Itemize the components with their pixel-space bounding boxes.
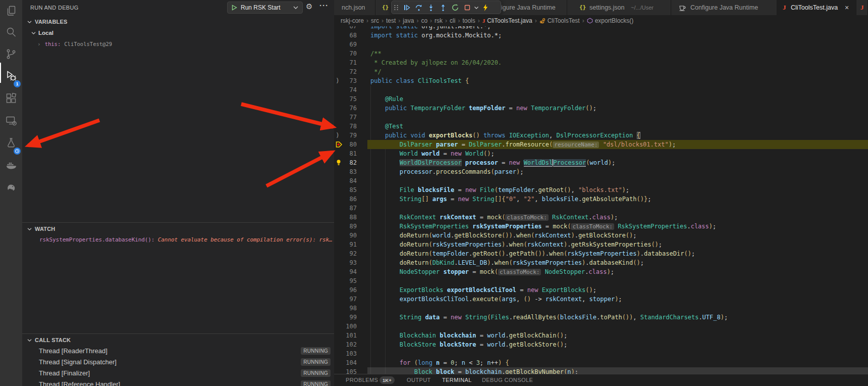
breadcrumb-item-rskj-core[interactable]: rskj-core xyxy=(341,17,364,24)
code-line-93[interactable]: 93 doReturn(DbKind.LEVEL_DB).when(rskSys… xyxy=(334,258,868,267)
code-line-71[interactable]: 71 * Created by ajlopez on 26/04/2020. xyxy=(334,58,868,67)
breadcrumb-item-tools[interactable]: tools xyxy=(462,17,475,24)
activity-item-explorer-icon[interactable] xyxy=(0,1,22,21)
debug-config-dropdown[interactable]: Run RSK Start xyxy=(227,2,303,14)
call-stack-thread-row[interactable]: Thread [Finalizer]RUNNING xyxy=(22,368,334,379)
line-number: 86 xyxy=(334,195,357,204)
code-line-88[interactable]: 88 RskContext rskContext = mock(classToM… xyxy=(334,213,868,222)
gear-icon[interactable]: ⚙ xyxy=(306,2,312,11)
code-line-83[interactable]: 83 processor.processCommands(parser); xyxy=(334,167,868,176)
activity-item-gradle-icon[interactable] xyxy=(0,177,22,197)
continue-icon[interactable] xyxy=(401,4,413,12)
breadcrumb-item-co[interactable]: co xyxy=(421,17,427,24)
editor-tab-partial[interactable]: J xyxy=(856,0,868,15)
code-line-67[interactable]: 67import static org.junit.Assert.*; xyxy=(334,26,868,31)
breadcrumb[interactable]: rskj-core›src›test›java›co›rsk›cli›tools… xyxy=(334,15,868,26)
code-line-105[interactable]: 105 Block block = blockchain.getBlockByN… xyxy=(334,367,868,374)
step-into-icon[interactable] xyxy=(425,4,437,12)
code-line-84[interactable]: 84 xyxy=(334,176,868,185)
code-line-95[interactable]: 95 xyxy=(334,276,868,285)
debug-config-label[interactable]: Run RSK Start xyxy=(241,4,293,11)
code-line-75[interactable]: 75 @Rule xyxy=(334,94,868,104)
code-line-101[interactable]: 101 Blockchain blockchain = world.getBlo… xyxy=(334,331,868,340)
code-text: public TemporaryFolder tempFolder = new … xyxy=(370,104,596,113)
code-line-76[interactable]: 76 public TemporaryFolder tempFolder = n… xyxy=(334,104,868,113)
watch-expression-row[interactable]: rskSystemProperties.databaseKind(): Cann… xyxy=(39,235,342,245)
code-line-92[interactable]: 92 doReturn(tempFolder.getRoot().getPath… xyxy=(334,249,868,258)
call-stack-thread-row[interactable]: Thread [Signal Dispatcher]RUNNING xyxy=(22,357,334,368)
code-line-98[interactable]: 98 xyxy=(334,304,868,313)
watch-section-header[interactable]: WATCH xyxy=(22,224,334,233)
code-line-72[interactable]: 72 */ xyxy=(334,67,868,76)
breadcrumb-item-src[interactable]: src xyxy=(371,17,379,24)
code-line-100[interactable]: 100 xyxy=(334,322,868,331)
code-line-82[interactable]: 82 WorldDslProcessor processor = new Wor… xyxy=(334,158,868,167)
activity-item-docker-icon[interactable] xyxy=(0,155,22,175)
code-line-80[interactable]: 80 DslParser parser = DslParser.fromReso… xyxy=(334,140,868,149)
step-over-icon[interactable] xyxy=(413,4,425,12)
editor-tab-launch.json[interactable]: nch.json xyxy=(334,0,375,15)
code-line-77[interactable]: 77 xyxy=(334,113,868,122)
code-line-68[interactable]: 68import static org.mockito.Mockito.*; xyxy=(334,31,868,40)
breadcrumb-label: cli xyxy=(450,17,455,24)
code-line-79[interactable]: )79 public void exportBlocks() throws IO… xyxy=(334,131,868,140)
code-line-94[interactable]: 94 NodeStopper stopper = mock(classToMoc… xyxy=(334,267,868,276)
call-stack-thread-row[interactable]: Thread [Reference Handler]RUNNING xyxy=(22,379,334,386)
code-editor[interactable]: 67import static org.junit.Assert.*;68imp… xyxy=(334,26,868,374)
breadcrumb-item-clitoolstest.java[interactable]: JCliToolsTest.java xyxy=(482,17,532,24)
call-stack-section-header[interactable]: CALL STACK xyxy=(22,335,334,345)
activity-item-source-control-icon[interactable] xyxy=(0,44,22,64)
code-line-69[interactable]: 69 xyxy=(334,40,868,49)
code-line-104[interactable]: 104 for (long n = 0; n < 3; n++) { xyxy=(334,358,868,367)
breadcrumb-item-clitoolstest[interactable]: CliToolsTest xyxy=(539,17,580,24)
editor-tab-settings.json[interactable]: {}settings.json~/.../User xyxy=(567,0,671,15)
call-stack-thread-row[interactable]: Thread [ReaderThread]RUNNING xyxy=(22,346,334,357)
code-line-90[interactable]: 90 doReturn(world.getBlockStore()).when(… xyxy=(334,231,868,240)
chevron-down-icon[interactable] xyxy=(293,6,298,10)
code-line-74[interactable]: 74 xyxy=(334,85,868,94)
editor-tab-bar: nch.json{}igure Java Runtime{}settings.j… xyxy=(334,0,868,15)
start-debug-icon[interactable] xyxy=(231,5,237,11)
code-line-73[interactable]: )73public class CliToolsTest { xyxy=(334,76,868,85)
breadcrumb-item-exportblocks-[interactable]: exportBlocks() xyxy=(587,17,634,24)
breadcrumb-label: CliToolsTest.java xyxy=(487,17,532,24)
chevron-icon[interactable] xyxy=(473,4,479,12)
code-line-78[interactable]: 78 @Test xyxy=(334,122,868,131)
close-icon[interactable]: × xyxy=(845,4,849,12)
code-line-86[interactable]: 86 String[] args = new String[]{"0", "2"… xyxy=(334,195,868,204)
code-line-91[interactable]: 91 doReturn(rskSystemProperties).when(rs… xyxy=(334,240,868,249)
more-actions-icon[interactable]: ··· xyxy=(319,1,329,10)
step-out-icon[interactable] xyxy=(437,4,449,12)
stop-icon[interactable] xyxy=(461,4,473,12)
panel-tab-debug-console[interactable]: DEBUG CONSOLE xyxy=(482,374,533,386)
activity-item-run-and-debug-icon[interactable]: 1 xyxy=(0,66,22,86)
code-line-70[interactable]: 70/** xyxy=(334,49,868,58)
code-line-99[interactable]: 99 String data = new String(Files.readAl… xyxy=(334,313,868,322)
panel-tab-output[interactable]: OUTPUT xyxy=(407,374,431,386)
restart-icon[interactable] xyxy=(449,4,461,12)
breadcrumb-item-cli[interactable]: cli xyxy=(450,17,455,24)
activity-item-testing-icon[interactable] xyxy=(0,133,22,153)
code-line-87[interactable]: 87 xyxy=(334,204,868,213)
activity-item-extensions-icon[interactable] xyxy=(0,88,22,109)
breadcrumb-item-java[interactable]: java xyxy=(403,17,414,24)
code-line-85[interactable]: 85 File blocksFile = new File(tempFolder… xyxy=(334,185,868,195)
panel-tab-problems[interactable]: PROBLEMS xyxy=(346,374,378,386)
variable-row-this[interactable]: › this: CliToolsTest@29 xyxy=(22,39,334,49)
panel-tab-terminal[interactable]: TERMINAL xyxy=(442,374,472,386)
code-line-102[interactable]: 102 BlockStore blockStore = world.getBlo… xyxy=(334,340,868,349)
code-line-97[interactable]: 97 exportBlocksCliTool.execute(args, () … xyxy=(334,295,868,304)
breadcrumb-item-rsk[interactable]: rsk xyxy=(435,17,443,24)
breadcrumb-item-test[interactable]: test xyxy=(386,17,396,24)
code-line-103[interactable]: 103 xyxy=(334,349,868,358)
code-line-96[interactable]: 96 ExportBlocks exportBlocksCliTool = ne… xyxy=(334,285,868,295)
activity-item-remote-explorer-icon[interactable] xyxy=(0,111,22,131)
editor-tab-clitoolstest.java[interactable]: JCliToolsTest.java× xyxy=(777,0,856,15)
flash-icon[interactable] xyxy=(479,4,492,12)
activity-item-search-icon[interactable] xyxy=(0,22,22,42)
variables-scope-local[interactable]: Local xyxy=(22,28,334,37)
code-line-89[interactable]: 89 RskSystemProperties rskSystemProperti… xyxy=(334,222,868,231)
editor-tab-configure-java-runtime[interactable]: Configure Java Runtime xyxy=(671,0,777,15)
variables-section-header[interactable]: VARIABLES xyxy=(22,17,334,26)
code-line-81[interactable]: 81 World world = new World(); xyxy=(334,149,868,158)
